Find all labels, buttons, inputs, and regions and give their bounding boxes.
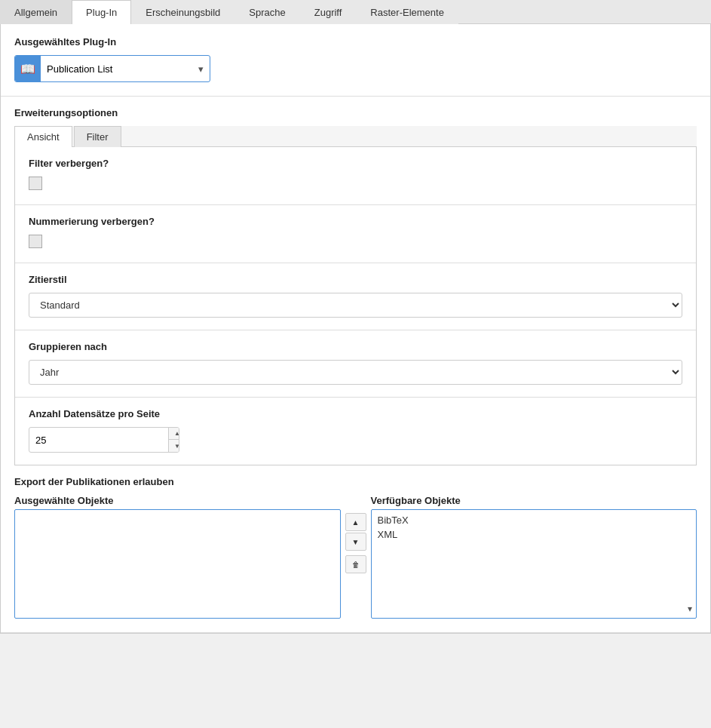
numbering-hide-row: Nummerierung verbergen? [15,205,696,263]
tab-raster-elemente[interactable]: Raster-Elemente [356,0,458,24]
plugin-book-icon: 📖 [15,56,41,81]
ext-options-title: Erweiterungsoptionen [14,107,697,118]
filter-hide-row: Filter verbergen? [15,147,696,205]
numbering-hide-label: Nummerierung verbergen? [29,216,682,227]
dual-list-container: Ausgewählte Objekte ▲ ▼ 🗑 Verfügbare Obj… [14,495,697,619]
inner-tab-filter[interactable]: Filter [74,126,121,147]
options-content: Filter verbergen? Nummerierung verbergen… [14,147,697,465]
export-section: Export der Publikationen erlauben Ausgew… [1,465,710,633]
ext-options-section: Erweiterungsoptionen Ansicht Filter Filt… [1,97,710,465]
group-by-select[interactable]: Jahr Autor Typ Keine [29,360,682,385]
selected-objects-wrapper: Ausgewählte Objekte [14,495,341,619]
move-up-button[interactable]: ▲ [345,513,366,531]
inner-tab-bar: Ansicht Filter [14,126,697,147]
delete-button[interactable]: 🗑 [345,555,366,573]
list-item-xml[interactable]: XML [375,527,694,542]
tab-erscheinungsbild[interactable]: Erscheinungsbild [131,0,234,24]
selected-objects-label: Ausgewählte Objekte [14,495,341,506]
tab-sprache[interactable]: Sprache [234,0,299,24]
tab-zugriff[interactable]: Zugriff [300,0,357,24]
plugin-select[interactable]: Publication List [41,59,192,79]
records-per-page-row: Anzahl Datensätze pro Seite ▲ ▼ ✕ [15,398,696,465]
numbering-hide-checkbox[interactable] [29,235,42,248]
available-objects-label: Verfügbare Objekte [371,495,697,506]
filter-hide-checkbox[interactable] [29,177,42,190]
records-per-page-input[interactable] [29,430,168,450]
inner-tab-ansicht[interactable]: Ansicht [14,126,72,147]
tab-plugin[interactable]: Plug-In [72,0,131,24]
number-controls: ▲ ▼ [168,428,179,452]
citation-style-row: Zitierstil Standard APA MLA Chicago [15,263,696,330]
number-up-button[interactable]: ▲ [169,428,179,440]
plugin-section: Ausgewähltes Plug-In 📖 Publication List … [1,24,710,97]
filter-hide-label: Filter verbergen? [29,158,682,169]
number-down-button[interactable]: ▼ [169,440,179,452]
export-title: Export der Publikationen erlauben [14,476,697,487]
plugin-select-wrapper: 📖 Publication List ▾ [14,55,210,82]
citation-style-select[interactable]: Standard APA MLA Chicago [29,293,682,318]
records-per-page-wrapper: ▲ ▼ ✕ [29,427,179,453]
top-tab-bar: Allgemein Plug-In Erscheinungsbild Sprac… [0,0,711,24]
available-objects-wrapper: Verfügbare Objekte BibTeX XML ▾ [371,495,697,619]
records-per-page-label: Anzahl Datensätze pro Seite [29,408,682,419]
group-by-row: Gruppieren nach Jahr Autor Typ Keine [15,330,696,398]
available-objects-list[interactable]: BibTeX XML [371,509,697,619]
content-area: Ausgewähltes Plug-In 📖 Publication List … [0,24,711,634]
citation-style-label: Zitierstil [29,274,682,285]
move-down-button[interactable]: ▼ [345,533,366,551]
list-item-bibtex[interactable]: BibTeX [375,513,694,527]
group-by-label: Gruppieren nach [29,341,682,352]
plugin-select-chevron-icon: ▾ [192,63,210,75]
plugin-section-label: Ausgewähltes Plug-In [14,36,697,48]
list-controls: ▲ ▼ 🗑 [341,495,371,573]
tab-allgemein[interactable]: Allgemein [0,0,72,24]
selected-objects-list[interactable] [14,509,341,619]
